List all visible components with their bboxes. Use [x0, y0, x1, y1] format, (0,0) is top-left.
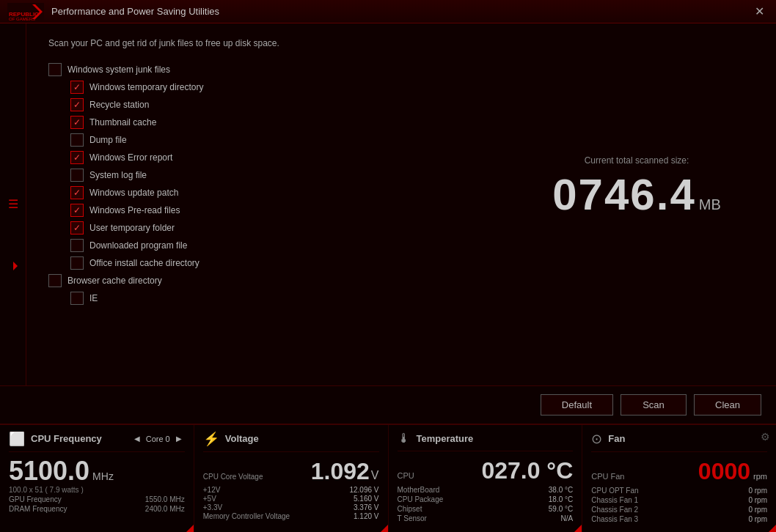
label-thumbnail-cache: Thumbnail cache [89, 117, 156, 128]
voltage-row-3: Memory Controller Voltage 1.120 V [203, 512, 379, 520]
scan-description: Scan your PC and get rid of junk files t… [48, 38, 754, 48]
menu-icon: ☰ [8, 197, 18, 211]
close-button[interactable]: ✕ [750, 3, 769, 20]
checkbox-ie-box [70, 292, 84, 305]
main-content: Scan your PC and get rid of junk files t… [26, 23, 776, 385]
checkbox-dump-file-box [70, 133, 84, 147]
default-button[interactable]: Default [541, 394, 613, 415]
cpu-fan-unit: rpm [753, 472, 767, 481]
checkbox-windows-temp-dir[interactable]: ✓ Windows temporary directory [70, 81, 505, 94]
checkbox-system-log-file-box [70, 169, 84, 182]
chassis-fan1-label: Chassis Fan 1 [591, 496, 638, 504]
cpu-opt-fan-row: CPU OPT Fan 0 rpm [591, 487, 767, 495]
checkbox-recycle-station[interactable]: ✓ Recycle station [70, 98, 505, 111]
chassis-fan2-value: 0 rpm [748, 506, 767, 514]
checkbox-windows-error-report-box: ✓ [70, 151, 84, 164]
checkbox-windows-update-patch-box: ✓ [70, 186, 84, 199]
core-nav: ◀ Core 0 ▶ [131, 433, 185, 444]
label-browser-cache: Browser cache directory [67, 276, 162, 286]
checkbox-downloaded-program-file[interactable]: Downloaded program file [70, 239, 505, 252]
tsensor-value: N/A [561, 514, 574, 522]
checkbox-downloaded-program-file-box [70, 239, 84, 252]
fan-header: ⊙ Fan [591, 431, 767, 452]
checkbox-user-temp-folder[interactable]: ✓ User temporary folder [70, 221, 505, 234]
core-voltage-value: 1.092 [311, 458, 370, 485]
checkbox-windows-error-report[interactable]: ✓ Windows Error report [70, 151, 505, 164]
clean-button[interactable]: Clean [694, 394, 761, 415]
cpu-sub-info: 100.0 x 51 ( 7.9 watts ) [9, 486, 185, 494]
rog-logo: REPUBLIC OF GAMERS [7, 3, 44, 21]
label-dump-file: Dump file [89, 135, 127, 145]
titlebar: REPUBLIC OF GAMERS Performance and Power… [0, 0, 776, 23]
cpu-title: CPU Frequency [31, 433, 102, 444]
checkbox-windows-update-patch[interactable]: ✓ Windows update patch [70, 186, 505, 199]
chassis-fan3-row: Chassis Fan 3 0 rpm [591, 515, 767, 523]
checkbox-windows-pre-read-box: ✓ [70, 204, 84, 217]
label-windows-temp-dir: Windows temporary directory [89, 82, 203, 92]
scan-size-value: 0746.4 [552, 173, 696, 217]
scan-button[interactable]: Scan [621, 394, 687, 415]
checkbox-office-install-cache[interactable]: Office install cache directory [70, 256, 505, 270]
dram-freq-row: DRAM Frequency 2400.0 MHz [9, 505, 185, 513]
chipset-temp-row: Chipset 59.0 °C [398, 505, 574, 513]
checkbox-list: Windows system junk files ✓ Windows temp… [48, 63, 505, 309]
label-windows-update-patch: Windows update patch [89, 188, 178, 198]
chassis-fan3-label: Chassis Fan 3 [591, 515, 638, 523]
gpu-freq-value: 1550.0 MHz [145, 495, 185, 503]
scan-size-unit: MB [699, 196, 721, 213]
temp-title: Temperature [417, 433, 474, 444]
label-downloaded-program-file: Downloaded program file [89, 240, 187, 251]
core-next-button[interactable]: ▶ [173, 433, 185, 444]
v12-label: +12V [203, 486, 221, 494]
checkbox-thumbnail-cache[interactable]: ✓ Thumbnail cache [70, 116, 505, 129]
dram-freq-label: DRAM Frequency [9, 505, 67, 513]
checkbox-windows-system-junk-box [48, 63, 62, 76]
checkbox-browser-cache-box [48, 274, 62, 287]
cpu-pkg-temp-value: 18.0 °C [549, 495, 573, 503]
mb-temp-value: 38.0 °C [549, 486, 573, 494]
cpu-pkg-temp-row: CPU Package 18.0 °C [398, 495, 574, 503]
cpu-pkg-temp-label: CPU Package [398, 495, 444, 503]
v33-label: +3.3V [203, 503, 222, 511]
settings-gear-button[interactable]: ⚙ [761, 431, 770, 443]
cpu-fan-value: 0000 [698, 458, 750, 485]
mb-temp-label: MotherBoard [398, 486, 440, 494]
mb-temp-row: MotherBoard 38.0 °C [398, 486, 574, 494]
bottom-toolbar: Default Scan Clean [0, 385, 776, 424]
checkbox-browser-cache[interactable]: Browser cache directory [48, 274, 505, 287]
cpu-icon: ⬜ [9, 431, 25, 447]
cpu-opt-fan-label: CPU OPT Fan [591, 487, 638, 495]
cpu-temp-value: 027.0 °C [481, 457, 573, 484]
fan-title: Fan [608, 433, 625, 444]
label-user-temp-folder: User temporary folder [89, 223, 175, 233]
checkbox-windows-temp-dir-box: ✓ [70, 81, 84, 94]
app-title: Performance and Power Saving Utilities [51, 6, 750, 17]
gpu-freq-label: GPU Frequency [9, 495, 62, 503]
sidebar-toggle[interactable]: ☰ [0, 23, 26, 385]
checkbox-system-log-file[interactable]: System log file [70, 169, 505, 182]
checkbox-office-install-cache-box [70, 256, 84, 270]
cpu-header: ⬜ CPU Frequency ◀ Core 0 ▶ [9, 431, 185, 452]
cpu-fan-label: CPU Fan [591, 472, 624, 481]
chassis-fan2-label: Chassis Fan 2 [591, 506, 638, 514]
chassis-fan2-row: Chassis Fan 2 0 rpm [591, 506, 767, 514]
tsensor-label: T Sensor [398, 514, 427, 522]
voltage-row-0: +12V 12.096 V [203, 486, 379, 494]
chipset-temp-value: 59.0 °C [549, 505, 573, 513]
tsensor-row: T Sensor N/A [398, 514, 574, 522]
checkbox-windows-system-junk[interactable]: Windows system junk files [48, 63, 505, 76]
checkbox-windows-pre-read[interactable]: ✓ Windows Pre-read files [70, 204, 505, 217]
v5-label: +5V [203, 495, 216, 503]
checkbox-ie[interactable]: IE [70, 292, 505, 305]
dram-freq-value: 2400.0 MHz [145, 505, 185, 513]
core-prev-button[interactable]: ◀ [131, 433, 143, 444]
checkbox-dump-file[interactable]: Dump file [70, 133, 505, 147]
temperature-header: 🌡 Temperature [398, 431, 574, 451]
checkbox-user-temp-folder-box: ✓ [70, 221, 84, 234]
mem-ctrl-label: Memory Controller Voltage [203, 512, 290, 520]
chassis-fan3-value: 0 rpm [748, 515, 767, 523]
voltage-header: ⚡ Voltage [203, 431, 379, 452]
label-ie: IE [89, 293, 98, 303]
gpu-freq-row: GPU Frequency 1550.0 MHz [9, 495, 185, 503]
label-office-install-cache: Office install cache directory [89, 258, 200, 268]
